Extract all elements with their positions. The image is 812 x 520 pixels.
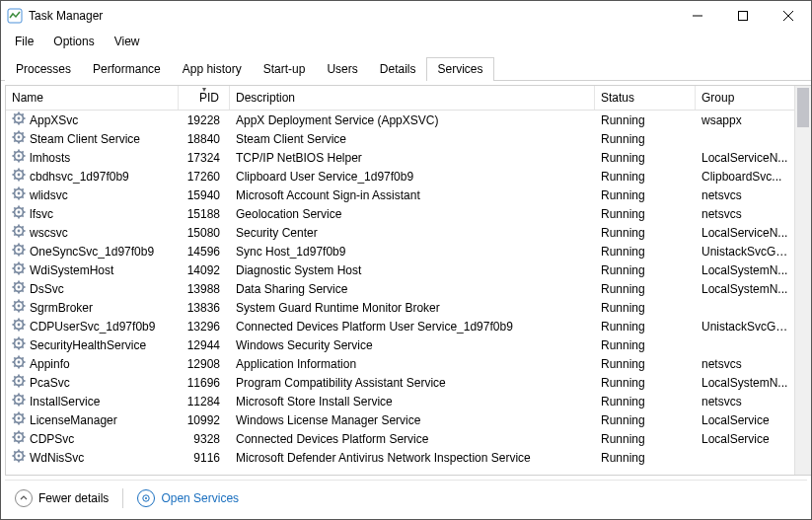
gear-icon <box>12 168 26 185</box>
svg-line-61 <box>14 207 16 209</box>
svg-point-186 <box>18 455 21 458</box>
cell-description: Sync Host_1d97f0b9 <box>230 245 595 259</box>
tab-services[interactable]: Services <box>426 57 493 81</box>
service-row[interactable]: PcaSvc11696Program Compatibility Assista… <box>6 373 794 392</box>
cell-description: Windows Security Service <box>230 338 595 352</box>
column-group[interactable]: Group <box>696 86 794 110</box>
service-row[interactable]: LicenseManager10992Windows License Manag… <box>6 410 794 429</box>
service-row[interactable]: cbdhsvc_1d97f0b917260Clipboard User Serv… <box>6 167 794 186</box>
service-row[interactable]: CDPUserSvc_1d97f0b913296Connected Device… <box>6 317 794 335</box>
service-row[interactable]: Appinfo12908Application InformationRunni… <box>6 354 794 373</box>
svg-line-174 <box>14 421 16 423</box>
service-name: SecurityHealthService <box>30 338 146 352</box>
svg-point-176 <box>18 436 21 439</box>
service-row[interactable]: wlidsvc15940Microsoft Account Sign-in As… <box>6 186 794 204</box>
svg-line-183 <box>22 432 24 434</box>
cell-group: ClipboardSvc... <box>696 170 794 184</box>
svg-line-43 <box>22 170 24 172</box>
service-row[interactable]: InstallService11284Microsoft Store Insta… <box>6 392 794 410</box>
svg-line-52 <box>22 196 24 198</box>
service-row[interactable]: SgrmBroker13836System Guard Runtime Moni… <box>6 298 794 317</box>
gear-icon <box>12 318 26 334</box>
maximize-button[interactable] <box>720 1 766 31</box>
service-row[interactable]: AppXSvc19228AppX Deployment Service (App… <box>6 111 794 129</box>
tab-startup[interactable]: Start-up <box>253 57 317 81</box>
tab-processes[interactable]: Processes <box>5 57 82 81</box>
svg-line-84 <box>14 253 16 255</box>
footer-separator <box>122 488 123 508</box>
gear-icon <box>12 224 26 241</box>
scrollbar-thumb[interactable] <box>797 88 809 127</box>
svg-point-196 <box>145 497 147 499</box>
close-button[interactable] <box>766 1 811 31</box>
cell-description: Clipboard User Service_1d97f0b9 <box>230 170 595 184</box>
cell-status: Running <box>595 451 696 465</box>
svg-line-153 <box>22 376 24 378</box>
cell-description: TCP/IP NetBIOS Helper <box>230 151 595 165</box>
svg-line-81 <box>14 245 16 247</box>
menu-file[interactable]: File <box>7 33 41 50</box>
svg-point-146 <box>18 380 21 383</box>
open-services-button[interactable]: Open Services <box>137 489 239 507</box>
cell-pid: 19228 <box>179 113 230 127</box>
column-headers: Name ▾ PID Description Status Group <box>6 86 794 111</box>
gear-icon <box>12 430 26 447</box>
cell-name: lmhosts <box>6 149 179 166</box>
svg-line-72 <box>22 234 24 236</box>
cell-description: Data Sharing Service <box>230 282 595 296</box>
menu-options[interactable]: Options <box>45 33 102 50</box>
svg-point-126 <box>18 342 21 345</box>
vertical-scrollbar[interactable] <box>794 86 811 475</box>
gear-icon <box>12 411 26 428</box>
tab-app-history[interactable]: App history <box>172 57 253 81</box>
menu-view[interactable]: View <box>107 33 148 50</box>
tab-details[interactable]: Details <box>369 57 427 81</box>
svg-line-83 <box>22 245 24 247</box>
column-pid[interactable]: ▾ PID <box>179 86 230 110</box>
service-row[interactable]: WdiSystemHost14092Diagnostic System Host… <box>6 260 794 279</box>
cell-group: UnistackSvcGr... <box>696 245 794 259</box>
minimize-button[interactable] <box>675 1 720 31</box>
svg-line-144 <box>14 365 16 367</box>
cell-pid: 9116 <box>179 451 230 465</box>
cell-name: AppXSvc <box>6 111 179 128</box>
svg-line-184 <box>14 440 16 442</box>
svg-line-123 <box>22 320 24 322</box>
service-row[interactable]: Steam Client Service18840Steam Client Se… <box>6 129 794 148</box>
column-description[interactable]: Description <box>230 86 595 110</box>
svg-line-172 <box>22 421 24 423</box>
service-row[interactable]: WdNisSvc9116Microsoft Defender Antivirus… <box>6 448 794 467</box>
service-name: SgrmBroker <box>30 301 93 315</box>
cell-pid: 12944 <box>179 338 230 352</box>
svg-point-166 <box>18 417 21 420</box>
service-row[interactable]: lmhosts17324TCP/IP NetBIOS HelperRunning… <box>6 148 794 167</box>
column-name[interactable]: Name <box>6 86 179 110</box>
svg-line-11 <box>14 113 16 115</box>
service-name: lfsvc <box>30 207 53 221</box>
service-row[interactable]: SecurityHealthService12944Windows Securi… <box>6 335 794 354</box>
tab-performance[interactable]: Performance <box>82 57 172 81</box>
service-name: cbdhsvc_1d97f0b9 <box>30 170 129 184</box>
tab-users[interactable]: Users <box>316 57 368 81</box>
cell-pid: 15940 <box>179 188 230 202</box>
service-row[interactable]: lfsvc15188Geolocation ServiceRunningnets… <box>6 204 794 223</box>
cell-pid: 14596 <box>179 245 230 259</box>
svg-line-112 <box>22 309 24 311</box>
svg-line-24 <box>14 140 16 142</box>
column-status[interactable]: Status <box>595 86 696 110</box>
fewer-details-button[interactable]: Fewer details <box>15 489 109 507</box>
svg-point-136 <box>18 361 21 364</box>
service-row[interactable]: CDPSvc9328Connected Devices Platform Ser… <box>6 429 794 448</box>
svg-line-64 <box>14 215 16 217</box>
svg-point-26 <box>18 155 21 158</box>
service-row[interactable]: OneSyncSvc_1d97f0b914596Sync Host_1d97f0… <box>6 242 794 260</box>
cell-name: wscsvc <box>6 224 179 241</box>
svg-line-122 <box>22 328 24 330</box>
service-row[interactable]: wscsvc15080Security CenterRunningLocalSe… <box>6 223 794 242</box>
svg-line-63 <box>22 207 24 209</box>
service-row[interactable]: DsSvc13988Data Sharing ServiceRunningLoc… <box>6 279 794 298</box>
gear-icon <box>12 261 26 278</box>
svg-line-134 <box>14 346 16 348</box>
chevron-up-icon <box>15 489 33 507</box>
cell-status: Running <box>595 282 696 296</box>
